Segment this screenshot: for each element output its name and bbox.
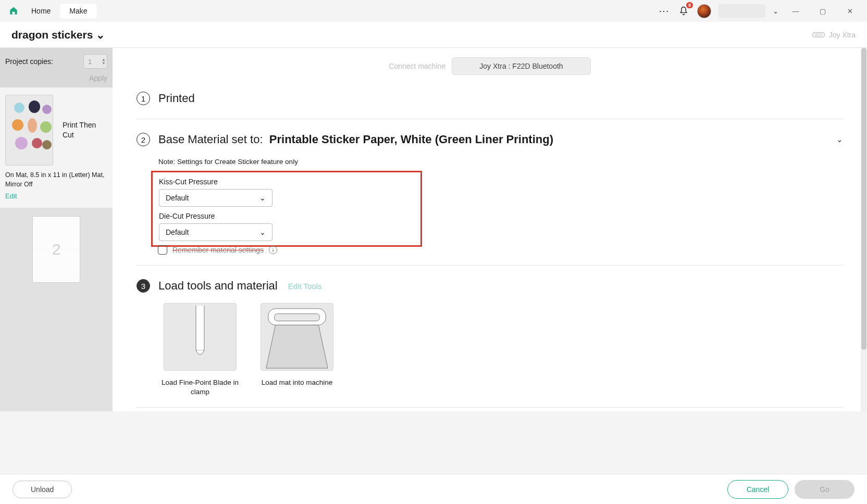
user-menu-chevron-icon[interactable]: ⌄ bbox=[773, 7, 778, 15]
chevron-down-icon: ⌄ bbox=[259, 194, 266, 202]
device-name: Joy Xtra bbox=[829, 31, 856, 39]
tool-card-blade: Load Fine-Point Blade in clamp bbox=[158, 303, 242, 397]
app-bar: Home Make ⋯ 8 ⌄ — ▢ ✕ bbox=[0, 0, 867, 22]
step-2-collapse-icon[interactable]: ⌄ bbox=[836, 135, 843, 144]
avatar[interactable] bbox=[697, 4, 711, 18]
chevron-down-icon: ⌄ bbox=[259, 228, 266, 236]
connect-label: Connect machine bbox=[389, 62, 445, 70]
machine-selector[interactable]: Joy Xtra : F22D Bluetooth bbox=[452, 57, 590, 75]
window-close-icon[interactable]: ✕ bbox=[840, 5, 860, 17]
tool-card-mat: Load mat into machine bbox=[255, 303, 339, 397]
sidebar: Project copies: 1 ▲▼ Apply bbox=[0, 48, 113, 411]
step-2-note: Note: Settings for Create Sticker featur… bbox=[158, 158, 843, 166]
remember-checkbox[interactable] bbox=[158, 245, 167, 255]
window-minimize-icon[interactable]: — bbox=[786, 5, 806, 17]
step-1-number: 1 bbox=[137, 92, 150, 105]
svg-rect-1 bbox=[815, 34, 822, 35]
svg-marker-5 bbox=[266, 325, 328, 368]
chevron-down-icon: ⌄ bbox=[96, 29, 105, 41]
divider bbox=[137, 119, 843, 119]
step-1: 1 Printed bbox=[113, 81, 867, 116]
mat-type-label: Print Then Cut bbox=[63, 120, 107, 140]
step-2-number: 2 bbox=[137, 133, 150, 146]
step-3-title: Load tools and material bbox=[158, 279, 278, 293]
step-2: 2 Base Material set to: Printable Sticke… bbox=[113, 122, 867, 262]
apply-button[interactable]: Apply bbox=[89, 74, 107, 82]
svg-rect-4 bbox=[275, 314, 320, 321]
machine-icon bbox=[812, 31, 825, 39]
kiss-cut-dropdown[interactable]: Default ⌄ bbox=[159, 189, 273, 207]
svg-rect-2 bbox=[196, 306, 204, 350]
scrollbar[interactable] bbox=[861, 48, 867, 411]
step-3: 3 Load tools and material Edit Tools Loa… bbox=[113, 269, 867, 397]
tool-mat-image bbox=[261, 303, 333, 371]
project-name-dropdown[interactable]: dragon stickers ⌄ bbox=[11, 29, 105, 41]
footer: Unload Cancel Go bbox=[0, 474, 867, 504]
app-logo-icon bbox=[8, 6, 19, 16]
mat-panel-1[interactable]: Print Then Cut On Mat, 8.5 in x 11 in (L… bbox=[0, 87, 113, 208]
die-cut-label: Die-Cut Pressure bbox=[159, 212, 379, 220]
remember-label: Remember material settings bbox=[172, 246, 264, 254]
notifications-icon[interactable]: 8 bbox=[677, 5, 690, 17]
step-2-title: Base Material set to: Printable Sticker … bbox=[158, 133, 553, 146]
info-icon[interactable]: i bbox=[269, 246, 277, 254]
tool-blade-caption: Load Fine-Point Blade in clamp bbox=[158, 378, 242, 397]
tab-make[interactable]: Make bbox=[60, 4, 96, 18]
divider bbox=[137, 407, 843, 408]
die-cut-dropdown[interactable]: Default ⌄ bbox=[159, 223, 273, 241]
highlight-annotation: Kiss-Cut Pressure Default ⌄ Die-Cut Pres… bbox=[151, 171, 422, 247]
kiss-cut-label: Kiss-Cut Pressure bbox=[159, 178, 379, 186]
unload-button[interactable]: Unload bbox=[13, 481, 72, 498]
window-maximize-icon[interactable]: ▢ bbox=[813, 5, 833, 17]
project-title-bar: dragon stickers ⌄ Joy Xtra bbox=[0, 22, 867, 48]
project-name-text: dragon stickers bbox=[11, 29, 93, 41]
step-3-number: 3 bbox=[137, 279, 150, 293]
copies-label: Project copies: bbox=[5, 57, 53, 66]
svg-rect-0 bbox=[812, 32, 824, 37]
tab-home[interactable]: Home bbox=[22, 4, 60, 18]
mat-2-number: 2 bbox=[52, 241, 61, 258]
more-menu-icon[interactable]: ⋯ bbox=[658, 5, 670, 17]
scrollbar-thumb[interactable] bbox=[861, 48, 866, 350]
step-1-title: Printed bbox=[158, 92, 195, 105]
notification-badge: 8 bbox=[686, 2, 693, 8]
mat-thumbnail-1 bbox=[5, 95, 53, 166]
copies-value: 1 bbox=[88, 58, 92, 66]
mat-caption: On Mat, 8.5 in x 11 in (Letter) Mat, Mir… bbox=[5, 171, 107, 189]
edit-tools-link[interactable]: Edit Tools bbox=[288, 282, 322, 291]
go-button[interactable]: Go bbox=[795, 480, 854, 499]
main-panel: Connect machine Joy Xtra : F22D Bluetoot… bbox=[113, 48, 867, 411]
copies-panel: Project copies: 1 ▲▼ Apply bbox=[0, 48, 113, 87]
tool-blade-image bbox=[164, 303, 237, 371]
user-name-placeholder bbox=[719, 4, 765, 18]
copies-down-icon[interactable]: ▼ bbox=[102, 61, 106, 65]
copies-stepper[interactable]: 1 ▲▼ bbox=[83, 54, 107, 69]
cancel-button[interactable]: Cancel bbox=[727, 480, 789, 499]
mat-thumbnail-2: 2 bbox=[32, 216, 80, 283]
mat-edit-link[interactable]: Edit bbox=[5, 192, 17, 200]
tool-mat-caption: Load mat into machine bbox=[255, 378, 339, 387]
mat-panel-2[interactable]: 2 bbox=[0, 208, 113, 295]
divider bbox=[137, 265, 843, 266]
